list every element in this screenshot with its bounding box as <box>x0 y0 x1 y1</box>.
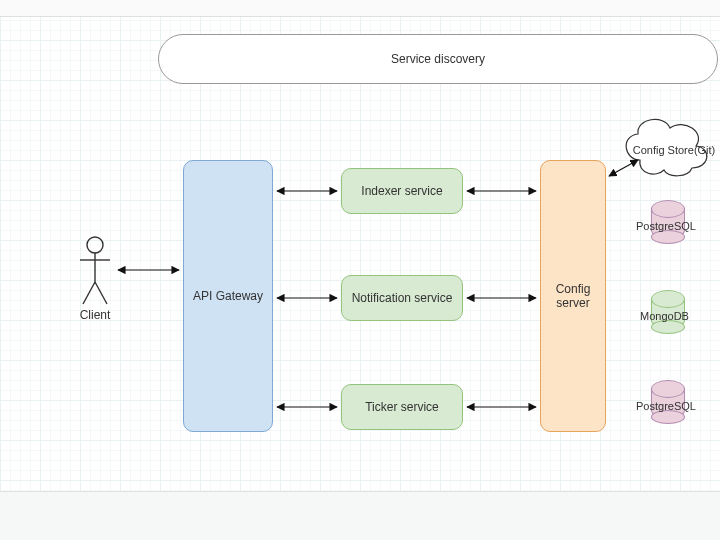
notification-service-label: Notification service <box>352 291 453 305</box>
svg-line-3 <box>83 282 95 304</box>
config-server-label: Config server <box>545 282 601 310</box>
ticker-service-label: Ticker service <box>365 400 439 414</box>
actor-label: Client <box>78 308 112 322</box>
db-mongodb-label: MongoDB <box>640 310 689 322</box>
service-discovery-box: Service discovery <box>158 34 718 84</box>
api-gateway-label: API Gateway <box>193 289 263 303</box>
config-server-box: Config server <box>540 160 606 432</box>
service-discovery-label: Service discovery <box>391 52 485 66</box>
ticker-service-box: Ticker service <box>341 384 463 430</box>
indexer-service-box: Indexer service <box>341 168 463 214</box>
svg-point-0 <box>87 237 103 253</box>
config-store-label: Config Store(Git) <box>624 144 720 156</box>
api-gateway-box: API Gateway <box>183 160 273 432</box>
indexer-service-label: Indexer service <box>361 184 442 198</box>
svg-line-12 <box>609 160 638 176</box>
bottom-bar <box>0 491 720 540</box>
db-postgresql-2-label: PostgreSQL <box>636 400 696 412</box>
svg-line-4 <box>95 282 107 304</box>
ruler-top <box>0 0 720 17</box>
notification-service-box: Notification service <box>341 275 463 321</box>
diagram-canvas[interactable]: Service discovery Client API Gateway Ind… <box>0 0 720 540</box>
db-postgresql-1-label: PostgreSQL <box>636 220 696 232</box>
